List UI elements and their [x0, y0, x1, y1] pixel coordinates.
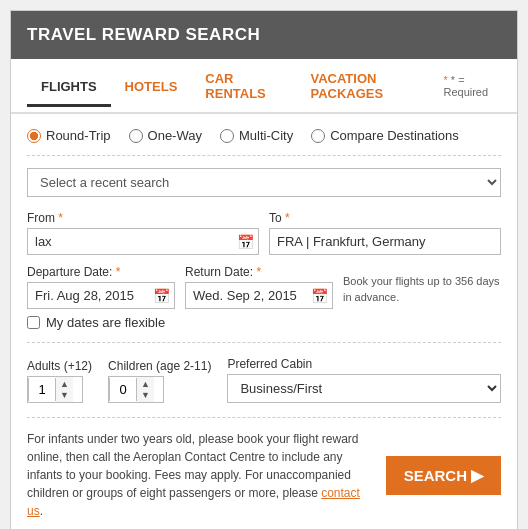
return-group: Return Date: * 📅 — [185, 265, 333, 309]
info-text: For infants under two years old, please … — [27, 430, 372, 520]
tab-flights[interactable]: FLIGHTS — [27, 67, 111, 107]
required-note: * * = Required — [443, 74, 501, 98]
from-group: From * 📅 — [27, 211, 259, 255]
from-to-row: From * 📅 To * — [27, 211, 501, 255]
info-row: For infants under two years old, please … — [27, 417, 501, 520]
adults-stepper-buttons[interactable]: ▲ ▼ — [56, 377, 73, 402]
main-container: TRAVEL REWARD SEARCH FLIGHTS HOTELS CAR … — [10, 10, 518, 529]
children-label: Children (age 2-11) — [108, 359, 211, 373]
recent-search-row: Select a recent search — [27, 155, 501, 197]
departure-group: Departure Date: * 📅 — [27, 265, 175, 309]
return-date-input[interactable] — [185, 282, 333, 309]
from-input[interactable] — [27, 228, 259, 255]
tab-vacation-packages[interactable]: VACATION PACKAGES — [296, 59, 443, 114]
page-title: TRAVEL REWARD SEARCH — [27, 25, 260, 44]
recent-search-select[interactable]: Select a recent search — [27, 168, 501, 197]
flexible-row: My dates are flexible — [27, 315, 501, 343]
radio-one-way[interactable]: One-Way — [129, 128, 202, 143]
adults-group: Adults (+12) 1 ▲ ▼ — [27, 359, 92, 403]
flexible-checkbox[interactable] — [27, 316, 40, 329]
to-group: To * — [269, 211, 501, 255]
departure-date-input[interactable] — [27, 282, 175, 309]
to-label: To * — [269, 211, 501, 225]
return-input-wrapper: 📅 — [185, 282, 333, 309]
from-label: From * — [27, 211, 259, 225]
children-group: Children (age 2-11) 0 ▲ ▼ — [108, 359, 211, 403]
children-stepper: 0 ▲ ▼ — [108, 376, 164, 403]
tab-bar: FLIGHTS HOTELS CAR RENTALS VACATION PACK… — [11, 59, 517, 114]
tab-hotels[interactable]: HOTELS — [111, 67, 192, 107]
from-input-wrapper: 📅 — [27, 228, 259, 255]
radio-compare-destinations[interactable]: Compare Destinations — [311, 128, 459, 143]
tab-car-rentals[interactable]: CAR RENTALS — [191, 59, 296, 114]
cabin-select[interactable]: Business/First Economy — [227, 374, 501, 403]
form-area: Round-Trip One-Way Multi-City Compare De… — [11, 114, 517, 529]
cabin-group: Preferred Cabin Business/First Economy — [227, 357, 501, 403]
trip-type-group: Round-Trip One-Way Multi-City Compare De… — [27, 128, 501, 143]
radio-round-trip[interactable]: Round-Trip — [27, 128, 111, 143]
search-button[interactable]: SEARCH ▶ — [386, 456, 501, 495]
adults-label: Adults (+12) — [27, 359, 92, 373]
children-value: 0 — [109, 378, 137, 401]
date-row: Departure Date: * 📅 Return Date: * 📅 Boo… — [27, 265, 501, 309]
adults-stepper: 1 ▲ ▼ — [27, 376, 83, 403]
radio-multi-city[interactable]: Multi-City — [220, 128, 293, 143]
departure-label: Departure Date: * — [27, 265, 175, 279]
flexible-label: My dates are flexible — [46, 315, 165, 330]
departure-input-wrapper: 📅 — [27, 282, 175, 309]
to-input[interactable] — [269, 228, 501, 255]
date-hint: Book your flights up to 356 days in adva… — [343, 274, 501, 309]
passengers-row: Adults (+12) 1 ▲ ▼ Children (age 2-11) 0… — [27, 357, 501, 403]
return-label: Return Date: * — [185, 265, 333, 279]
adults-value: 1 — [28, 378, 56, 401]
children-stepper-buttons[interactable]: ▲ ▼ — [137, 377, 154, 402]
cabin-label: Preferred Cabin — [227, 357, 501, 371]
search-arrow-icon: ▶ — [471, 466, 483, 485]
page-header: TRAVEL REWARD SEARCH — [11, 11, 517, 59]
